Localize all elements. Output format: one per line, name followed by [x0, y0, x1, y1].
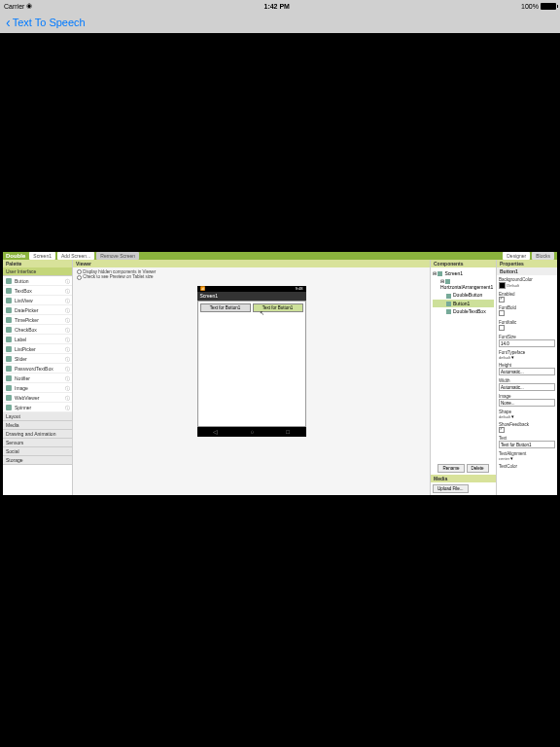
palette-title: Palette	[3, 260, 72, 267]
tree-node-button1[interactable]: Button1	[433, 300, 494, 307]
enabled-checkbox[interactable]	[499, 297, 505, 302]
tree-node-doublebutton[interactable]: DoubleButton	[433, 291, 494, 299]
info-icon[interactable]: ⓘ	[65, 356, 70, 362]
tree-node-harrangement[interactable]: ⊟ HorizontalArrangement1	[433, 277, 494, 291]
fontitalic-checkbox[interactable]	[499, 325, 505, 331]
phone-preview[interactable]: 📶 9:48 Screen1 Text for Button1 Text for…	[197, 286, 306, 437]
palette-item-listpicker[interactable]: ListPickerⓘ	[3, 344, 72, 354]
textalignment-select[interactable]: center	[499, 456, 509, 461]
info-icon[interactable]: ⓘ	[65, 366, 70, 372]
preview-button-2[interactable]: Text for Button1 ↖	[253, 303, 303, 312]
wifi-icon: ◉	[26, 2, 32, 10]
showfeedback-checkbox[interactable]	[499, 427, 505, 433]
app-inventor-designer: Double Screen1 Add Screen... Remove Scre…	[3, 252, 557, 495]
palette-cat-layout[interactable]: Layout	[3, 412, 72, 421]
image-icon	[6, 385, 12, 391]
info-icon[interactable]: ⓘ	[65, 288, 70, 294]
designer-header: Double Screen1 Add Screen... Remove Scre…	[3, 252, 557, 260]
nav-title[interactable]: Text To Speech	[13, 17, 86, 28]
selected-component: Button1	[497, 267, 557, 275]
tree-node-screen[interactable]: ⊟ Screen1	[433, 269, 494, 277]
screen-selector[interactable]: Screen1	[29, 252, 55, 260]
palette-item-webviewer[interactable]: WebViewerⓘ	[3, 393, 72, 403]
palette-item-button[interactable]: Buttonⓘ	[3, 276, 72, 286]
palette-cat-storage[interactable]: Storage	[3, 456, 72, 465]
back-icon: ◁	[213, 428, 218, 435]
spinner-icon	[6, 405, 12, 410]
delete-button[interactable]: Delete	[467, 464, 489, 473]
signal-icon: 📶	[200, 286, 205, 291]
info-icon[interactable]: ⓘ	[65, 278, 70, 284]
info-icon[interactable]: ⓘ	[65, 298, 70, 303]
phone-nav-bar: ◁ ○ □	[197, 427, 306, 437]
prop-fontitalic-label: FontItalic	[499, 320, 555, 325]
info-icon[interactable]: ⓘ	[65, 307, 70, 313]
battery-percent: 100%	[521, 3, 539, 10]
webviewer-icon	[6, 395, 12, 401]
recent-icon: □	[286, 429, 290, 435]
preview-button-1[interactable]: Text for Button1	[200, 303, 251, 312]
info-icon[interactable]: ⓘ	[65, 317, 70, 323]
blocks-mode-button[interactable]: Blocks	[532, 252, 554, 260]
back-chevron-icon[interactable]: ‹	[6, 15, 11, 30]
info-icon[interactable]: ⓘ	[65, 395, 70, 401]
designer-mode-button[interactable]: Designer	[503, 252, 530, 260]
palette-panel: Palette User Interface Buttonⓘ TextBoxⓘ …	[3, 260, 73, 495]
palette-item-timepicker[interactable]: TimePickerⓘ	[3, 315, 72, 325]
palette-item-checkbox[interactable]: CheckBoxⓘ	[3, 325, 72, 335]
shape-select[interactable]: default	[499, 414, 510, 419]
bgcolor-swatch[interactable]	[499, 282, 506, 289]
palette-item-slider[interactable]: Sliderⓘ	[3, 354, 72, 364]
fonttypeface-select[interactable]: default	[499, 355, 510, 360]
info-icon[interactable]: ⓘ	[65, 337, 70, 342]
fontbold-checkbox[interactable]	[499, 310, 505, 316]
text-input[interactable]	[499, 441, 555, 448]
ios-status-bar: Carrier ◉ 1:42 PM 100%	[0, 0, 560, 12]
cursor-icon: ↖	[260, 309, 264, 316]
palette-cat-media[interactable]: Media	[3, 421, 72, 430]
info-icon[interactable]: ⓘ	[65, 375, 70, 381]
password-icon	[6, 366, 12, 372]
prop-showfeedback-label: ShowFeedback	[499, 422, 555, 427]
tablet-preview-option[interactable]: Check to see Preview on Tablet size	[77, 274, 426, 279]
tree-node-doubletextbox[interactable]: DoubleTextBox	[433, 307, 494, 315]
prop-fontbold-label: FontBold	[499, 305, 555, 310]
info-icon[interactable]: ⓘ	[65, 405, 70, 410]
palette-cat-sensors[interactable]: Sensors	[3, 439, 72, 447]
label-icon	[6, 337, 12, 342]
palette-item-image[interactable]: Imageⓘ	[3, 383, 72, 393]
rename-button[interactable]: Rename	[438, 464, 464, 473]
width-input[interactable]	[499, 383, 555, 391]
info-icon[interactable]: ⓘ	[65, 346, 70, 352]
viewer-title: Viewer	[73, 260, 430, 267]
home-icon: ○	[250, 429, 254, 435]
info-icon[interactable]: ⓘ	[65, 327, 70, 333]
image-input[interactable]	[499, 399, 555, 407]
palette-item-passwordtextbox[interactable]: PasswordTextBoxⓘ	[3, 364, 72, 374]
palette-item-listview[interactable]: ListViewⓘ	[3, 296, 72, 305]
height-input[interactable]	[499, 368, 555, 375]
remove-screen-button[interactable]: Remove Screen	[96, 252, 139, 260]
phone-screen-canvas[interactable]: Text for Button1 Text for Button1 ↖	[197, 301, 306, 427]
palette-cat-drawing[interactable]: Drawing and Animation	[3, 430, 72, 439]
palette-item-spinner[interactable]: Spinnerⓘ	[3, 403, 72, 412]
datepicker-icon	[6, 307, 12, 313]
palette-item-label[interactable]: Labelⓘ	[3, 335, 72, 344]
palette-cat-social[interactable]: Social	[3, 447, 72, 456]
ios-nav-bar: ‹ Text To Speech	[0, 12, 560, 33]
components-panel: Components ⊟ Screen1 ⊟ HorizontalArrange…	[430, 260, 496, 495]
add-screen-button[interactable]: Add Screen...	[57, 252, 94, 260]
palette-item-datepicker[interactable]: DatePickerⓘ	[3, 305, 72, 315]
palette-item-textbox[interactable]: TextBoxⓘ	[3, 286, 72, 296]
info-icon[interactable]: ⓘ	[65, 385, 70, 391]
components-title: Components	[431, 260, 496, 267]
battery-icon	[541, 3, 556, 10]
notifier-icon	[6, 375, 12, 381]
upload-file-button[interactable]: Upload File...	[433, 484, 469, 493]
textbox-icon	[6, 288, 12, 294]
fontsize-input[interactable]	[499, 339, 555, 347]
checkbox-icon	[6, 327, 12, 333]
palette-item-notifier[interactable]: Notifierⓘ	[3, 374, 72, 383]
listpicker-icon	[6, 346, 12, 352]
palette-cat-user-interface[interactable]: User Interface	[3, 267, 72, 276]
